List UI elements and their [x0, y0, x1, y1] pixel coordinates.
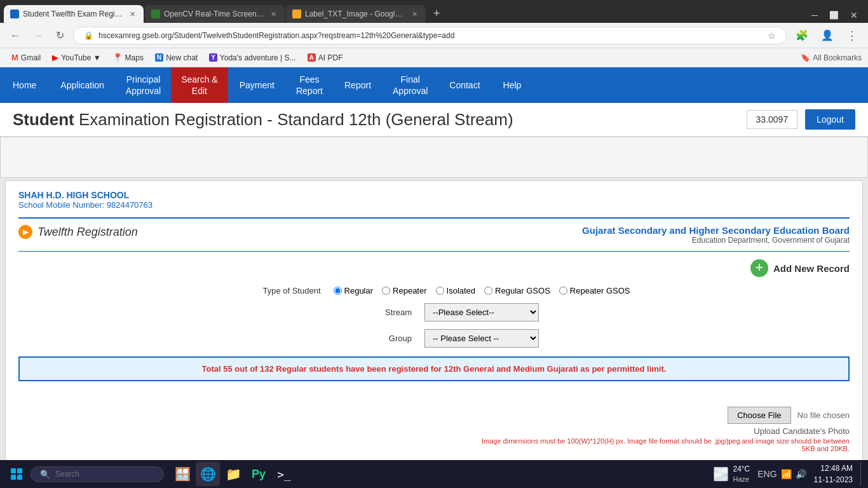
radio-isolated[interactable]: Isolated	[436, 286, 476, 295]
taskbar-app-files[interactable]: 📁	[221, 462, 245, 486]
nav-final-approval[interactable]: FinalApproval	[383, 67, 438, 103]
settings-button[interactable]: ⋮	[843, 26, 862, 45]
all-bookmarks[interactable]: 🔖 All Bookmarks	[801, 53, 862, 62]
radio-repeater-label: Repeater	[393, 286, 426, 295]
taskbar-app-terminal[interactable]: >_	[272, 462, 296, 486]
windows-icon	[11, 468, 22, 480]
new-tab-button[interactable]: +	[427, 4, 447, 23]
stream-select[interactable]: --Please Select--	[424, 303, 539, 322]
show-desktop[interactable]	[860, 463, 863, 485]
address-bar[interactable]: 🔒 hscexamreg.gseb.org/Student/TwelvethSt…	[73, 27, 787, 44]
taskbar-time: 12:48 AM	[814, 463, 853, 474]
nav-fees-report[interactable]: FeesReport	[286, 67, 333, 103]
bookmark-maps[interactable]: 📍 Maps	[107, 51, 149, 64]
bookmarks-icon: 🔖	[801, 53, 810, 62]
nav-principal-approval[interactable]: PrincipalApproval	[116, 67, 171, 103]
nav-application[interactable]: Application	[49, 67, 116, 103]
add-record-label: Add New Record	[773, 263, 850, 274]
radio-regular-gsos-label: Regular GSOS	[495, 286, 550, 295]
reload-button[interactable]: ↻	[52, 27, 68, 44]
choose-file-button[interactable]: Choose File	[728, 407, 790, 424]
radio-isolated-input[interactable]	[436, 287, 444, 295]
logout-button[interactable]: Logout	[805, 109, 855, 130]
tab-3-close[interactable]: ✕	[410, 9, 419, 20]
restore-button[interactable]: ⬜	[825, 11, 843, 20]
board-info: Gujarat Secondary and Higher Secondary E…	[582, 225, 850, 245]
radio-regular-input[interactable]	[334, 287, 342, 295]
taskbar-app-chrome[interactable]: 🌐	[196, 462, 220, 486]
tab-3[interactable]: Label_TXT_Image - Google Driv... ✕	[286, 5, 426, 23]
back-button[interactable]: ←	[6, 27, 24, 44]
nav-home[interactable]: Home	[0, 67, 49, 103]
radio-repeater-gsos-input[interactable]	[559, 287, 567, 295]
board-name: Gujarat Secondary and Higher Secondary E…	[582, 225, 850, 236]
extensions-button[interactable]: 🧩	[792, 27, 812, 44]
ad-banner	[0, 137, 868, 178]
weather-widget: 🌫️ 24°C Haze	[713, 464, 750, 484]
stream-label: Stream	[329, 308, 412, 317]
radio-regular[interactable]: Regular	[334, 286, 374, 295]
taskbar-files-icon: 📁	[226, 466, 241, 482]
group-row: Group -- Please Select --	[18, 329, 850, 348]
radio-isolated-label: Isolated	[447, 286, 476, 295]
radio-regular-gsos[interactable]: Regular GSOS	[484, 286, 550, 295]
bookmark-yoda[interactable]: Y Yoda's adventure | S...	[204, 51, 301, 64]
page-title-bold: Student	[13, 110, 74, 129]
profile-button[interactable]: 👤	[817, 27, 837, 44]
radio-repeater-gsos[interactable]: Repeater GSOS	[559, 286, 630, 295]
tab-1[interactable]: Student Twelfth Exam Registrat... ✕	[4, 5, 144, 23]
add-record-button[interactable]: +	[750, 259, 768, 277]
taskbar-pycharm-icon: Py	[252, 468, 266, 481]
user-code: 33.0097	[747, 110, 798, 129]
form-container: SHAH H.D. HIGH SCHOOL School Mobile Numb…	[5, 180, 863, 462]
taskbar-terminal-icon: >_	[277, 468, 291, 481]
file-status: No file chosen	[797, 410, 850, 420]
page-title: Student Examination Registration - Stand…	[13, 110, 513, 130]
tab-2[interactable]: OpenCV Real-Time Screen Cap... ✕	[145, 5, 285, 23]
taskbar-app-pycharm[interactable]: Py	[247, 462, 271, 486]
type-of-student-label: Type of Student	[238, 286, 321, 295]
school-info: SHAH H.D. HIGH SCHOOL School Mobile Numb…	[18, 190, 850, 210]
bookmark-youtube[interactable]: ▶ YouTube ▼	[47, 51, 105, 64]
minimize-button[interactable]: ─	[808, 10, 822, 20]
forward-button[interactable]: →	[29, 27, 47, 44]
taskbar-app-windows[interactable]: 🪟	[170, 462, 194, 486]
tab-1-close[interactable]: ✕	[128, 9, 137, 20]
language-icon[interactable]: ENG	[757, 469, 776, 479]
bookmark-aipdf[interactable]: A AI PDF	[302, 51, 348, 64]
stream-row: Stream --Please Select--	[18, 303, 850, 322]
taskbar-date: 11-11-2023	[814, 474, 853, 485]
youtube-icon: ▶	[52, 53, 58, 62]
aipdf-icon: A	[308, 53, 316, 62]
close-button[interactable]: ✕	[846, 10, 862, 20]
group-select[interactable]: -- Please Select --	[424, 329, 539, 348]
taskbar-search-bar[interactable]: 🔍	[31, 466, 164, 482]
radio-repeater[interactable]: Repeater	[382, 286, 426, 295]
wifi-icon[interactable]: 📶	[781, 469, 792, 479]
bookmark-newchat[interactable]: N New chat	[150, 51, 203, 64]
nav-contact[interactable]: Contact	[438, 67, 491, 103]
radio-regular-gsos-input[interactable]	[484, 287, 492, 295]
taskbar-search-input[interactable]	[55, 470, 154, 478]
alert-box: Total 55 out of 132 Regular students hav…	[18, 356, 850, 381]
system-tray: ENG 📶 🔊	[757, 469, 806, 479]
radio-repeater-gsos-label: Repeater GSOS	[570, 286, 630, 295]
newchat-icon: N	[155, 53, 163, 62]
site-nav: Home Application PrincipalApproval Searc…	[0, 67, 868, 103]
tab-2-close[interactable]: ✕	[269, 9, 278, 20]
taskbar-chrome-icon: 🌐	[200, 466, 216, 482]
bookmark-gmail[interactable]: M Gmail	[6, 51, 46, 64]
radio-repeater-input[interactable]	[382, 287, 390, 295]
nav-search-edit[interactable]: Search &Edit	[171, 67, 228, 103]
nav-help[interactable]: Help	[492, 67, 533, 103]
radio-regular-label: Regular	[344, 286, 374, 295]
bookmark-newchat-label: New chat	[166, 53, 198, 62]
nav-report[interactable]: Report	[333, 67, 383, 103]
start-button[interactable]	[5, 463, 28, 485]
nav-payment[interactable]: Payment	[228, 67, 286, 103]
bookmark-star-icon[interactable]: ☆	[768, 30, 776, 41]
sound-icon[interactable]: 🔊	[796, 469, 806, 479]
url-text: hscexamreg.gseb.org/Student/TwelvethStud…	[98, 31, 763, 40]
gmail-icon: M	[11, 53, 18, 62]
file-upload-section: Choose File No file chosen Upload Candid…	[18, 400, 850, 452]
